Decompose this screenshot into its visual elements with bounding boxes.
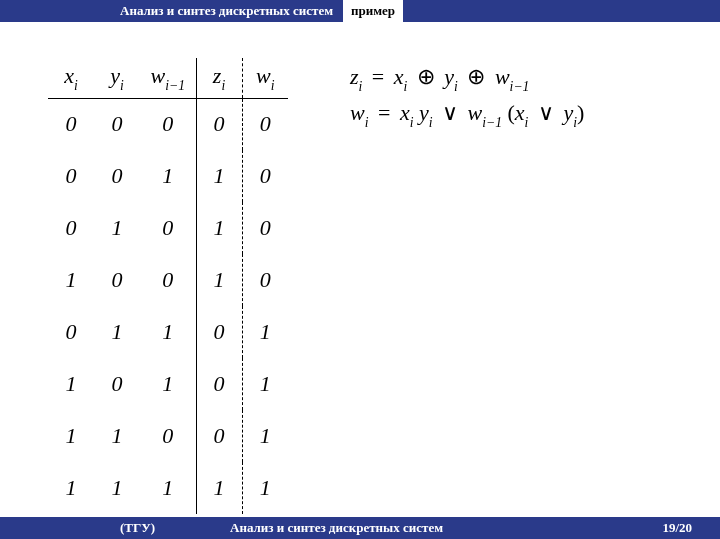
footer-page-counter: 19/20 (662, 520, 720, 536)
header-subtitle: пример (343, 0, 403, 22)
table-header-row: xi yi wi−1 zi wi (48, 58, 288, 98)
col-header-wi: wi (242, 58, 288, 98)
table-body: 00000 00110 01010 10010 01101 10101 1100… (48, 98, 288, 514)
footer-center: Анализ и синтез дискретных систем (230, 520, 662, 536)
table-row: 10010 (48, 254, 288, 306)
content-area: xi yi wi−1 zi wi 00000 00110 01010 10010… (0, 22, 720, 517)
col-header-wi-1: wi−1 (140, 58, 196, 98)
truth-table: xi yi wi−1 zi wi 00000 00110 01010 10010… (48, 58, 288, 514)
table-row: 10101 (48, 358, 288, 410)
table-row: 11001 (48, 410, 288, 462)
table-row: 11111 (48, 462, 288, 514)
table-row: 01101 (48, 306, 288, 358)
header-title: Анализ и синтез дискретных систем (0, 3, 341, 19)
footer-bar: (ТГУ) Анализ и синтез дискретных систем … (0, 517, 720, 539)
truth-table-element: xi yi wi−1 zi wi 00000 00110 01010 10010… (48, 58, 288, 514)
header-bar: Анализ и синтез дискретных систем пример (0, 0, 720, 22)
col-header-xi: xi (48, 58, 94, 98)
formula-wi: wi = xi yi ∨ wi−1 (xi ∨ yi) (350, 96, 584, 132)
footer-left: (ТГУ) (0, 520, 230, 536)
col-header-zi: zi (196, 58, 242, 98)
table-row: 00110 (48, 150, 288, 202)
table-row: 00000 (48, 98, 288, 150)
table-row: 01010 (48, 202, 288, 254)
col-header-yi: yi (94, 58, 140, 98)
formulas-block: zi = xi ⊕ yi ⊕ wi−1 wi = xi yi ∨ wi−1 (x… (350, 60, 584, 131)
formula-zi: zi = xi ⊕ yi ⊕ wi−1 (350, 60, 584, 96)
slide-page: Анализ и синтез дискретных систем пример… (0, 0, 720, 539)
